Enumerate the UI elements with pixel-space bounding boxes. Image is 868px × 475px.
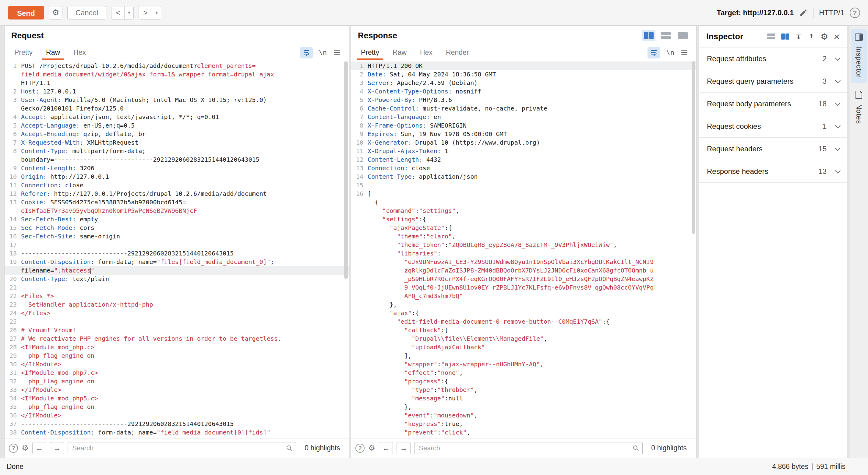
code-text: </IfModule> — [21, 385, 61, 394]
section-right: 15 — [818, 145, 839, 153]
code-line: 1HTTP/1.1 200 OK — [351, 62, 696, 70]
response-tab-hex[interactable]: Hex — [413, 45, 439, 60]
request-tab-hex[interactable]: Hex — [67, 45, 93, 60]
inspector-layout-columns-icon[interactable] — [781, 33, 789, 40]
status-separator: | — [808, 463, 816, 470]
show-newlines-toggle[interactable]: \n — [319, 49, 327, 56]
line-number: 5 — [5, 121, 21, 130]
search-settings-icon[interactable]: ⚙ — [368, 443, 375, 453]
code-line: 9Expires: Sun, 19 Nov 1978 05:00:00 GMT — [351, 130, 696, 138]
code-text: Cache-Control: must-revalidate, no-cache… — [368, 104, 547, 113]
code-text: AFQ_c7md3shm7bQ" — [368, 292, 463, 300]
code-text: POST /Projects/drupal-10.2.6/media/add/d… — [21, 62, 256, 70]
layout-rows-button[interactable] — [659, 30, 673, 41]
response-editor[interactable]: 1HTTP/1.1 200 OK2Date: Sat, 04 May 2024 … — [351, 60, 696, 438]
inspector-settings-icon[interactable]: ⚙ — [820, 32, 828, 42]
help-icon[interactable]: ? — [850, 8, 860, 18]
code-line: HTTP/1.1 — [5, 78, 349, 87]
line-number: 29 — [5, 351, 21, 360]
code-text: <IfModule mod_php7.c> — [21, 369, 98, 377]
request-tab-pretty[interactable]: Pretty — [8, 45, 39, 60]
code-line: 8Content-Type: multipart/form-data; — [5, 147, 349, 155]
code-text: eIsHfaaETVr3av95yvbqQhzn0kom1P5wPcNSqB2V… — [21, 207, 197, 215]
send-button[interactable]: Send — [8, 6, 44, 20]
history-forward-dropdown[interactable]: ▾ — [152, 6, 161, 20]
line-number: 17 — [5, 241, 21, 249]
expand-all-icon[interactable] — [795, 33, 802, 40]
code-line: "message":null — [351, 394, 696, 403]
side-tab-notes[interactable]: Notes — [851, 86, 867, 129]
search-help-icon[interactable]: ? — [9, 444, 18, 453]
code-text: "keypress":true, — [368, 420, 463, 428]
code-line: "keypress":true, — [351, 420, 696, 428]
edit-target-icon[interactable] — [799, 8, 808, 17]
show-newlines-toggle[interactable]: \n — [666, 49, 675, 56]
search-prev-button[interactable]: ← — [379, 442, 393, 454]
layout-single-button[interactable] — [676, 30, 689, 41]
collapse-all-icon[interactable] — [808, 33, 815, 40]
line-number: 26 — [5, 326, 21, 334]
response-search-input[interactable] — [414, 442, 643, 454]
chevron-down-icon — [835, 145, 840, 151]
section-label: Request query parameters — [707, 77, 794, 86]
word-wrap-toggle[interactable] — [648, 47, 660, 59]
code-line: 22<Files *> — [5, 292, 349, 300]
search-settings-icon[interactable]: ⚙ — [22, 443, 29, 453]
code-text: X-Generator: Drupal 10 (https://www.drup… — [368, 138, 540, 147]
request-editor[interactable]: 1POST /Projects/drupal-10.2.6/media/add/… — [5, 60, 349, 438]
code-line: field_media_document/widget/0&ajax_form=… — [5, 70, 349, 78]
inspector-section-request-headers[interactable]: Request headers15 — [699, 138, 847, 160]
word-wrap-toggle[interactable] — [300, 47, 313, 59]
line-number: 32 — [5, 377, 21, 385]
code-line: 11Connection: close — [5, 181, 349, 189]
line-number: 27 — [5, 334, 21, 343]
line-number: 25 — [5, 317, 21, 326]
line-number — [351, 377, 368, 385]
code-text: 9_VQqLf0-JjUEwn8U1ov0EY_rZPBLJ1Yc7KLFsfq… — [368, 283, 654, 292]
code-line: 10Origin: http://127.0.0.1 — [5, 172, 349, 181]
code-text: X-Content-Type-Options: nosniff — [368, 87, 481, 96]
layout-columns-button[interactable] — [642, 30, 655, 41]
inspector-section-request-attributes[interactable]: Request attributes2 — [699, 48, 847, 70]
inspector-section-response-headers[interactable]: Response headers13 — [699, 160, 847, 183]
response-tab-raw[interactable]: Raw — [386, 45, 413, 60]
line-number: 16 — [351, 189, 368, 198]
search-next-button[interactable]: → — [397, 442, 410, 454]
editor-menu-icon[interactable] — [680, 49, 688, 57]
cancel-button[interactable]: Cancel — [67, 6, 106, 20]
search-next-button[interactable]: → — [50, 442, 64, 454]
line-number: 9 — [5, 164, 21, 172]
side-tab-inspector[interactable]: Inspector — [851, 29, 867, 83]
history-back-button[interactable]: < — [111, 6, 125, 20]
search-help-icon[interactable]: ? — [355, 444, 365, 453]
line-number: 12 — [5, 189, 21, 198]
code-text: "command":"settings", — [368, 207, 459, 215]
code-line: 5X-Powered-By: PHP/8.3.6 — [351, 96, 696, 104]
code-line: zqRlkgDdlcFWZoISJP8-ZM40dBBQoOrbX7DYsLJ2… — [351, 266, 696, 275]
section-count-badge: 18 — [818, 100, 827, 108]
line-number: 38 — [5, 428, 21, 437]
inspector-section-request-cookies[interactable]: Request cookies1 — [699, 115, 847, 138]
code-line: 36</IfModule> — [5, 411, 349, 420]
response-tab-render[interactable]: Render — [439, 45, 475, 60]
history-back-dropdown[interactable]: ▾ — [125, 6, 134, 20]
response-tab-pretty[interactable]: Pretty — [354, 45, 386, 60]
line-number: 9 — [351, 130, 368, 138]
search-prev-button[interactable]: ← — [32, 442, 46, 454]
request-scrollbar[interactable] — [344, 61, 348, 436]
history-forward-button[interactable]: > — [138, 6, 152, 20]
request-search-input[interactable] — [68, 442, 296, 454]
inspector-close-icon[interactable]: × — [834, 31, 840, 42]
code-text: Referer: http://127.0.0.1/Projects/drupa… — [21, 189, 267, 198]
response-scrollbar[interactable] — [692, 61, 695, 436]
editor-menu-icon[interactable] — [333, 49, 341, 57]
top-toolbar: Send ⚙ Cancel < ▾ > ▾ Target: http://127… — [0, 0, 868, 26]
code-text: _pS9HLbR7ROcrPX4f-eqKGrOQ00FAFYFsR7IFZL9… — [368, 275, 654, 283]
inspector-section-request-body-parameters[interactable]: Request body parameters18 — [699, 93, 847, 115]
send-settings-button[interactable]: ⚙ — [49, 6, 62, 20]
request-tab-raw[interactable]: Raw — [39, 45, 67, 60]
inspector-section-request-query-parameters[interactable]: Request query parameters3 — [699, 70, 847, 93]
code-text: # Vroum! Vroum! — [21, 326, 76, 334]
inspector-layout-rows-icon[interactable] — [767, 33, 775, 40]
line-number — [351, 411, 368, 420]
